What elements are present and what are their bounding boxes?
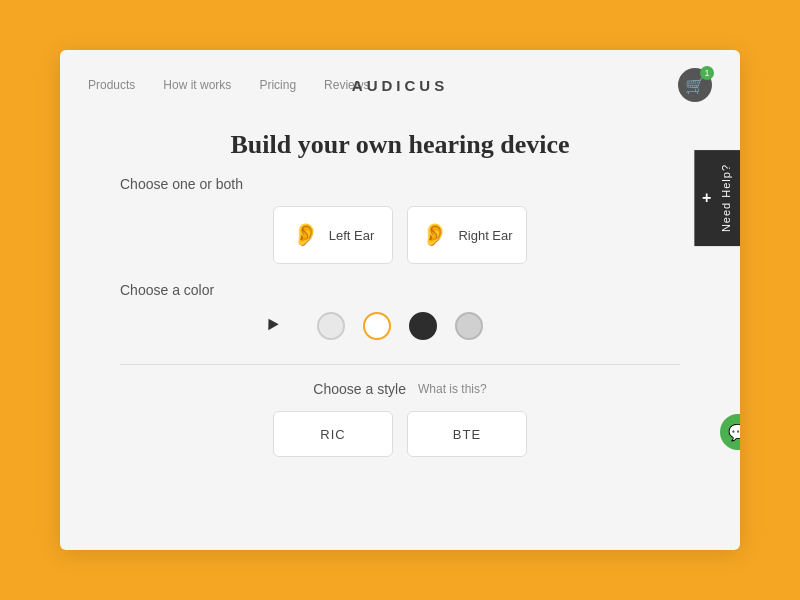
need-help-tab[interactable]: + Need Help? [694,150,740,246]
nav-link-pricing[interactable]: Pricing [259,78,296,92]
nav-link-products[interactable]: Products [88,78,135,92]
left-ear-label: Left Ear [329,228,375,243]
page-title: Build your own hearing device [230,130,569,160]
style-section-label: Choose a style [313,381,406,397]
brand-logo: AUDICUS [352,77,448,94]
nav: Products How it works Pricing Reviews AU… [60,50,740,120]
color-dots [317,312,483,340]
right-ear-button[interactable]: 👂 Right Ear [407,206,527,264]
style-section: Choose a style What is this? RIC BTE [120,381,680,457]
divider [120,364,680,365]
style-header: Choose a style What is this? [313,381,486,397]
ear-buttons: 👂 Left Ear 👂 Right Ear [273,206,527,264]
style-ric-button[interactable]: RIC [273,411,393,457]
what-is-this-link[interactable]: What is this? [418,382,487,396]
style-buttons: RIC BTE [273,411,527,457]
color-section: Choose a color [120,282,680,340]
left-ear-button[interactable]: 👂 Left Ear [273,206,393,264]
main-content: Build your own hearing device Choose one… [60,120,740,477]
ear-section: Choose one or both 👂 Left Ear 👂 Right Ea… [120,176,680,264]
color-orange[interactable] [363,312,391,340]
color-section-label: Choose a color [120,282,214,298]
nav-links: Products How it works Pricing Reviews [88,78,369,92]
sidebar-plus-icon: + [702,189,712,207]
color-black[interactable] [409,312,437,340]
cart-button[interactable]: 🛒 1 [678,68,712,102]
main-card: Products How it works Pricing Reviews AU… [60,50,740,550]
right-ear-icon: 👂 [421,222,448,248]
cart-badge: 1 [700,66,714,80]
color-white[interactable] [317,312,345,340]
color-gray[interactable] [455,312,483,340]
need-help-label: Need Help? [720,164,732,232]
right-ear-label: Right Ear [458,228,512,243]
ear-section-label: Choose one or both [120,176,243,192]
nav-link-how-it-works[interactable]: How it works [163,78,231,92]
left-ear-icon: 👂 [292,222,319,248]
style-bte-button[interactable]: BTE [407,411,527,457]
chat-icon: 💬 [728,423,740,442]
